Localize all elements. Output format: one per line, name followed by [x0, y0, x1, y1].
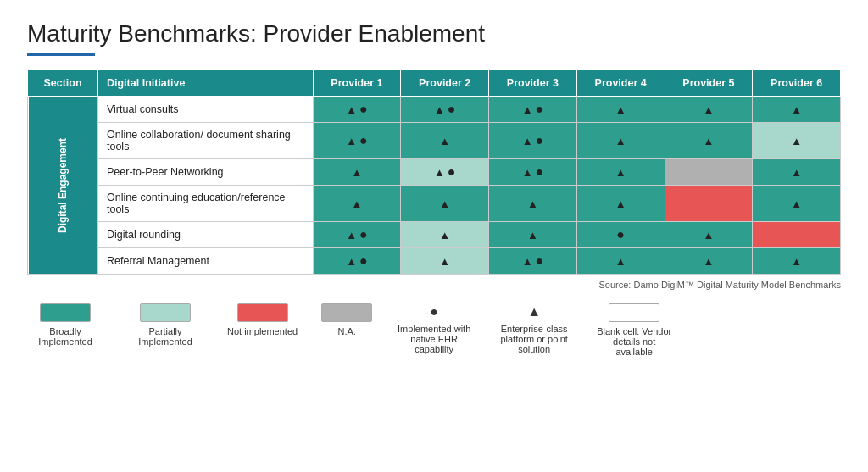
header-provider-2: Provider 2	[401, 70, 489, 97]
initiative-cell: Online collaboration/ document sharing t…	[97, 123, 313, 159]
cell-row0-col0: ▲●	[313, 97, 401, 123]
cell-row0-col2: ▲●	[489, 97, 577, 123]
cell-row3-col5: ▲	[753, 186, 841, 222]
initiative-cell: Virtual consults	[97, 97, 313, 123]
initiative-cell: Digital rounding	[97, 222, 313, 248]
cell-row2-col2: ▲●	[489, 159, 577, 186]
cell-row0-col1: ▲●	[401, 97, 489, 123]
cell-row2-col1: ▲●	[401, 159, 489, 186]
cell-row3-col3: ▲	[576, 186, 665, 222]
cell-row4-col0: ▲●	[313, 222, 401, 248]
cell-row3-col1: ▲	[401, 186, 489, 222]
legend-item: Blank cell: Vendor details not available	[596, 303, 672, 357]
legend-item: Not implemented	[227, 303, 298, 336]
header-section: Section	[28, 70, 98, 97]
source-note: Source: Damo DigiM™ Digital Maturity Mod…	[27, 280, 841, 290]
legend-item: N.A.	[321, 303, 372, 336]
legend-item: ●Implemented with native EHR capability	[396, 303, 472, 354]
cell-row2-col4	[665, 159, 753, 186]
cell-row1-col1: ▲	[401, 123, 489, 159]
cell-row1-col2: ▲●	[489, 123, 577, 159]
initiative-cell: Online continuing education/reference to…	[97, 186, 313, 222]
cell-row0-col5: ▲	[753, 97, 841, 123]
legend-item: Partially Implemented	[127, 303, 203, 347]
cell-row3-col0: ▲	[313, 186, 401, 222]
cell-row3-col2: ▲	[489, 186, 577, 222]
header-provider-4: Provider 4	[576, 70, 665, 97]
cell-row1-col3: ▲	[576, 123, 665, 159]
cell-row5-col3: ▲	[576, 248, 665, 275]
header-provider-5: Provider 5	[665, 70, 753, 97]
cell-row2-col0: ▲	[313, 159, 401, 186]
cell-row4-col1: ▲	[401, 222, 489, 248]
cell-row2-col3: ▲	[576, 159, 665, 186]
header-provider-1: Provider 1	[313, 70, 401, 97]
cell-row4-col5	[753, 222, 841, 248]
cell-row5-col5: ▲	[753, 248, 841, 275]
cell-row3-col4	[665, 186, 753, 222]
cell-row0-col4: ▲	[665, 97, 753, 123]
initiative-cell: Referral Management	[97, 248, 313, 275]
cell-row4-col2: ▲	[489, 222, 577, 248]
cell-row2-col5: ▲	[753, 159, 841, 186]
section-label: Digital Engagement	[28, 97, 98, 275]
cell-row1-col5: ▲	[753, 123, 841, 159]
legend-item: Broadly Implemented	[27, 303, 103, 347]
legend-item: ▲Enterprise-class platform or point solu…	[496, 303, 572, 354]
cell-row4-col4: ▲	[665, 222, 753, 248]
cell-row1-col0: ▲●	[313, 123, 401, 159]
header-provider-3: Provider 3	[489, 70, 577, 97]
header-provider-6: Provider 6	[753, 70, 841, 97]
cell-row5-col4: ▲	[665, 248, 753, 275]
cell-row5-col1: ▲	[401, 248, 489, 275]
cell-row1-col4: ▲	[665, 123, 753, 159]
title-underline	[27, 53, 95, 56]
page-title: Maturity Benchmarks: Provider Enablement	[27, 20, 841, 47]
cell-row5-col0: ▲●	[313, 248, 401, 275]
cell-row5-col2: ▲●	[489, 248, 577, 275]
maturity-table: Section Digital Initiative Provider 1 Pr…	[27, 69, 841, 275]
cell-row0-col3: ▲	[576, 97, 665, 123]
cell-row4-col3: ●	[576, 222, 665, 248]
header-initiative: Digital Initiative	[97, 70, 313, 97]
legend: Broadly ImplementedPartially Implemented…	[27, 303, 841, 357]
initiative-cell: Peer-to-Peer Networking	[97, 159, 313, 186]
